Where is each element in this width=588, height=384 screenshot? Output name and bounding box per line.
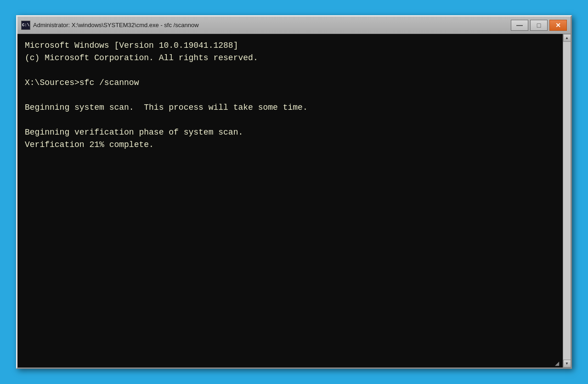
- close-button[interactable]: ✕: [549, 20, 567, 31]
- terminal-line: [25, 89, 554, 102]
- minimize-button[interactable]: —: [511, 20, 528, 31]
- scroll-up-arrow[interactable]: ▲: [563, 34, 571, 42]
- terminal-line: X:\Sources>sfc /scannow: [25, 77, 554, 89]
- terminal-line: Beginning system scan. This process will…: [25, 102, 554, 114]
- terminal-line: Microsoft Windows [Version 10.0.19041.12…: [25, 40, 554, 52]
- scrollbar[interactable]: ▲ ▼: [563, 34, 571, 367]
- scroll-track[interactable]: [563, 42, 571, 360]
- terminal-line: Verification 21% complete.: [25, 139, 554, 151]
- window-title: Administrator: X:\windows\SYSTEM32\cmd.e…: [33, 22, 199, 28]
- cmd-icon: C:\: [21, 21, 30, 30]
- terminal-content: Microsoft Windows [Version 10.0.19041.12…: [25, 40, 563, 151]
- scroll-down-arrow[interactable]: ▼: [563, 360, 571, 367]
- terminal-line: [25, 64, 554, 77]
- terminal-area[interactable]: Microsoft Windows [Version 10.0.19041.12…: [17, 34, 571, 367]
- terminal-line: Beginning verification phase of system s…: [25, 126, 554, 139]
- terminal-line: (c) Microsoft Corporation. All rights re…: [25, 52, 554, 64]
- cmd-window: C:\ Administrator: X:\windows\SYSTEM32\c…: [16, 15, 572, 369]
- terminal-line: [25, 114, 554, 126]
- title-bar-buttons: — □ ✕: [511, 20, 567, 31]
- title-bar: C:\ Administrator: X:\windows\SYSTEM32\c…: [17, 17, 571, 34]
- maximize-button[interactable]: □: [530, 20, 548, 31]
- resize-handle[interactable]: ◢: [555, 360, 561, 367]
- title-bar-left: C:\ Administrator: X:\windows\SYSTEM32\c…: [21, 21, 199, 30]
